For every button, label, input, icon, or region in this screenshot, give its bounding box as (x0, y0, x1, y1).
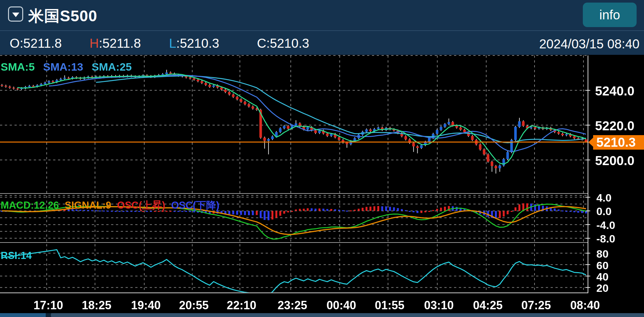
symbol-dropdown-button[interactable] (8, 6, 23, 22)
ohlc-close-value: 5210.3 (270, 36, 309, 50)
time-label: 18:25 (76, 299, 118, 312)
osc-down-legend: OSC(下降) (171, 200, 219, 211)
ohlc-low-key: L (169, 36, 176, 50)
macd-axis-label--4: -4.0 (596, 219, 615, 232)
ohlc-high-key: H (90, 36, 99, 50)
rsi-axis-label-20: 20 (596, 282, 609, 294)
sma25-legend: SMA:25 (92, 61, 132, 73)
page-title: 米国S500 (28, 6, 97, 26)
price-axis-label-5240: 5240.0 (595, 84, 634, 98)
ohlc-low-value: 5210.3 (180, 36, 219, 50)
sma13-legend: SMA:13 (43, 61, 83, 73)
time-label: 17:10 (27, 299, 69, 312)
macd-axis-label--8: -8.0 (596, 233, 615, 245)
time-label: 20:55 (173, 299, 215, 312)
chevron-down-icon (12, 13, 19, 17)
time-label: 01:55 (369, 299, 411, 312)
time-label: 19:40 (125, 299, 167, 312)
ohlc-high: H:5211.8 (90, 36, 141, 51)
ohlc-low: L:5210.3 (169, 36, 219, 51)
macd-line-legend: MACD:12,26 (1, 200, 59, 211)
scrollbar-track-segment (0, 313, 46, 317)
ohlc-open-value: 5211.8 (23, 36, 62, 50)
time-label: 07:25 (515, 299, 557, 312)
macd-axis-label-0: 0.0 (596, 205, 611, 218)
macd-legend: MACD:12,26SIGNAL:9OSC(上昇)OSC(下降) (1, 199, 225, 212)
ohlc-high-value: 5211.8 (102, 36, 141, 50)
price-axis-label-5220: 5220.0 (595, 119, 634, 133)
info-button-label: info (599, 8, 620, 22)
ohlc-open-key: O (10, 36, 20, 50)
rsi-axis-label-60: 60 (596, 259, 609, 272)
time-label: 00:40 (320, 299, 362, 312)
time-label: 22:10 (221, 299, 262, 312)
ohlc-open: O:5211.8 (10, 36, 62, 51)
datetime-label: 2024/03/15 08:40 (539, 37, 639, 51)
price-axis-label-5200: 5200.0 (595, 154, 634, 168)
current-price-tag: 5210.3 (593, 135, 644, 150)
osc-up-legend: OSC(上昇) (117, 200, 166, 211)
macd-axis-label-4: 4.0 (596, 192, 611, 204)
rsi-axis-label-80: 80 (596, 248, 609, 260)
info-button[interactable]: info (583, 3, 637, 27)
rsi-legend: RSI:14 (1, 250, 32, 262)
ohlc-close-key: C (257, 36, 266, 50)
rsi-line-legend: RSI:14 (1, 250, 32, 261)
signal-line-legend: SIGNAL:9 (65, 200, 111, 211)
time-label: 08:40 (564, 299, 606, 312)
time-label: 03:10 (418, 299, 460, 312)
ohlc-close: C:5210.3 (257, 36, 309, 51)
time-label: 04:25 (467, 299, 509, 312)
sma5-legend: SMA:5 (1, 61, 35, 73)
scrollbar-thumb[interactable] (51, 313, 644, 317)
time-label: 23:25 (271, 299, 313, 312)
sma-legend: SMA:5SMA:13SMA:25 (1, 61, 140, 73)
rsi-axis-label-40: 40 (596, 271, 609, 283)
